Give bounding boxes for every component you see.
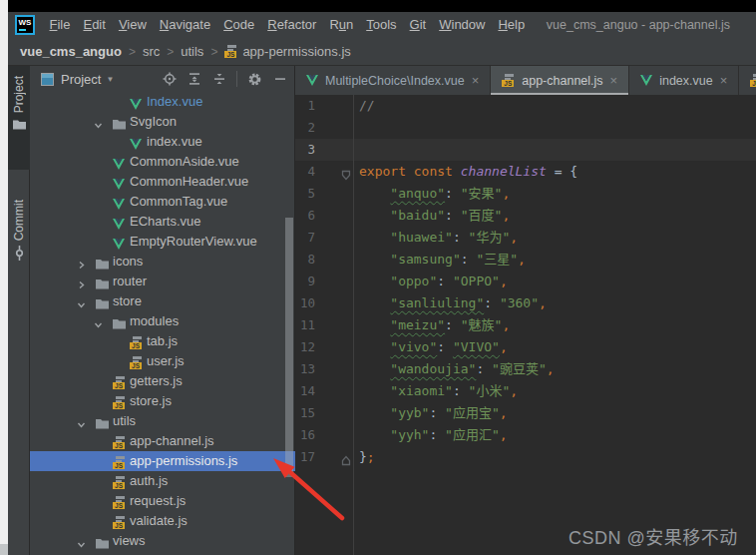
tool-strip-commit-label: Commit	[12, 200, 26, 241]
tree-item-store[interactable]: store	[30, 291, 295, 311]
webstorm-logo[interactable]: WS	[15, 15, 35, 35]
line-number: 14	[295, 380, 315, 402]
tool-strip-commit[interactable]: Commit	[8, 194, 30, 297]
chevron-collapsed-icon[interactable]	[77, 280, 86, 289]
tree-item-SvgIcon[interactable]: SvgIcon	[30, 112, 295, 132]
code-line-2: 2	[295, 117, 756, 139]
gutter-separator	[353, 95, 354, 555]
menu-view[interactable]: View	[112, 12, 153, 38]
js-file-icon: JS	[113, 396, 126, 409]
breadcrumb-item[interactable]: vue_cms_anguo	[20, 44, 122, 59]
tree-item-views[interactable]: views	[30, 531, 295, 551]
vue-file-icon	[113, 159, 125, 170]
project-panel-title[interactable]: Project	[61, 72, 101, 87]
code-line-10: 10 "sanliuling": "360",	[295, 292, 756, 314]
tree-item-CommonAside.vue[interactable]: CommonAside.vue	[30, 152, 295, 172]
menu-navigate[interactable]: Navigate	[153, 12, 216, 38]
chevron-collapsed-icon[interactable]	[77, 261, 86, 270]
tree-item-app-channel.js[interactable]: JSapp-channel.js	[30, 431, 295, 451]
close-icon[interactable]: ×	[720, 74, 728, 87]
breadcrumb-file[interactable]: app-permissions.js	[242, 44, 350, 59]
line-number: 12	[295, 336, 315, 358]
menu-edit[interactable]: Edit	[77, 12, 112, 38]
tree-item-user.js[interactable]: JSuser.js	[30, 351, 295, 371]
line-number: 9	[295, 271, 315, 292]
tree-item-request.js[interactable]: JSrequest.js	[30, 491, 295, 511]
vue-file-icon	[113, 179, 125, 190]
js-file-icon: JS	[113, 476, 126, 489]
chevron-expanded-icon[interactable]	[94, 121, 103, 130]
code-line-9: 9 "oppo": "OPPO",	[295, 271, 756, 292]
menu-refactor[interactable]: Refactor	[261, 12, 323, 38]
tool-strip-project[interactable]: Project	[8, 66, 30, 170]
tree-item-index.vue[interactable]: index.vue	[30, 132, 295, 152]
menu-run[interactable]: Run	[323, 12, 360, 38]
menu-tools[interactable]: Tools	[360, 12, 403, 38]
vue-file-icon	[113, 219, 125, 230]
tree-item-CommonTag.vue[interactable]: CommonTag.vue	[30, 192, 295, 212]
tree-item-auth.js[interactable]: JSauth.js	[30, 471, 295, 491]
tree-item-tab.js[interactable]: JStab.js	[30, 331, 295, 351]
close-icon[interactable]: ×	[472, 74, 480, 87]
chevron-expanded-icon[interactable]	[77, 300, 86, 309]
tree-item-modules[interactable]: modules	[30, 311, 295, 331]
fold-marker-icon[interactable]	[341, 451, 351, 473]
vue-file-icon	[306, 75, 318, 86]
line-number: 5	[295, 183, 315, 205]
chevron-expanded-icon[interactable]	[77, 420, 86, 429]
menu-file[interactable]: File	[43, 12, 77, 38]
tree-item-utils[interactable]: utils	[30, 411, 295, 431]
close-icon[interactable]: ×	[610, 74, 618, 87]
breadcrumb-item[interactable]: utils	[181, 44, 203, 59]
editor-tab-partial[interactable]: JS	[739, 66, 756, 95]
tree-item-CommonHeader.vue[interactable]: CommonHeader.vue	[30, 172, 295, 192]
project-toolwindow-icon[interactable]	[41, 73, 54, 86]
tree-item-EmptyRouterView.vue[interactable]: EmptyRouterView.vue	[30, 232, 295, 252]
project-tree-scrollbar[interactable]	[285, 218, 293, 477]
menu-code[interactable]: Code	[217, 12, 261, 38]
js-file-icon: JS	[224, 45, 237, 58]
ide-window: WS FileEditViewNavigateCodeRefactorRunTo…	[0, 0, 756, 555]
breadcrumb-item[interactable]: src	[143, 44, 160, 59]
project-panel-header: Project ▼	[30, 66, 294, 92]
desktop-edge	[0, 0, 8, 555]
locate-file-icon[interactable]	[162, 72, 177, 87]
breadcrumb-separator: >	[210, 45, 217, 59]
code-line-16: 16 "yyh": "应用汇",	[295, 424, 756, 446]
code-editor[interactable]: 1//234export const channelList = {5 "anq…	[295, 95, 756, 555]
js-file-icon: JS	[113, 456, 126, 469]
tree-item-validate.js[interactable]: JSvalidate.js	[30, 511, 295, 531]
main-area: Project Commit Project ▼	[8, 66, 756, 555]
menu-window[interactable]: Window	[433, 12, 492, 38]
tree-item-Index.vue[interactable]: Index.vue	[30, 92, 295, 112]
js-file-icon: JS	[130, 336, 143, 349]
folder-icon	[113, 318, 126, 329]
tree-item-app-permissions.js[interactable]: JSapp-permissions.js	[30, 451, 295, 471]
chevron-expanded-icon[interactable]	[77, 540, 86, 549]
editor-tab-index.vue[interactable]: index.vue×	[629, 66, 739, 95]
chevron-down-icon[interactable]: ▼	[106, 75, 114, 84]
gear-icon[interactable]	[247, 72, 262, 87]
tree-item-ECharts.vue[interactable]: ECharts.vue	[30, 212, 295, 232]
project-tree: Index.vueSvgIconindex.vueCommonAside.vue…	[30, 92, 295, 551]
vue-file-icon	[640, 75, 652, 86]
code-line-12: 12 "vivo": "VIVO",	[295, 336, 756, 358]
tree-item-router[interactable]: router	[30, 272, 295, 291]
collapse-all-icon[interactable]	[211, 72, 226, 87]
tree-item-getters.js[interactable]: JSgetters.js	[30, 371, 295, 391]
hide-panel-icon[interactable]	[272, 72, 287, 87]
code-line-5: 5 "anquo": "安果",	[295, 183, 756, 205]
menu-help[interactable]: Help	[492, 12, 532, 38]
tree-item-store.js[interactable]: JSstore.js	[30, 391, 295, 411]
tree-item-icons[interactable]: icons	[30, 252, 295, 272]
folder-icon	[96, 298, 109, 309]
menu-git[interactable]: Git	[403, 12, 433, 38]
js-file-icon: JS	[113, 496, 126, 509]
toolbar-separator	[236, 71, 237, 87]
editor-tab-app-channel.js[interactable]: JSapp-channel.js×	[491, 66, 629, 95]
editor-tab-MultipleChoice\Index.vue[interactable]: MultipleChoice\Index.vue×	[295, 66, 491, 95]
desktop-edge-corner	[0, 544, 8, 555]
chevron-expanded-icon[interactable]	[94, 320, 103, 329]
expand-all-icon[interactable]	[187, 72, 201, 87]
tool-window-strip: Project Commit	[8, 66, 30, 555]
